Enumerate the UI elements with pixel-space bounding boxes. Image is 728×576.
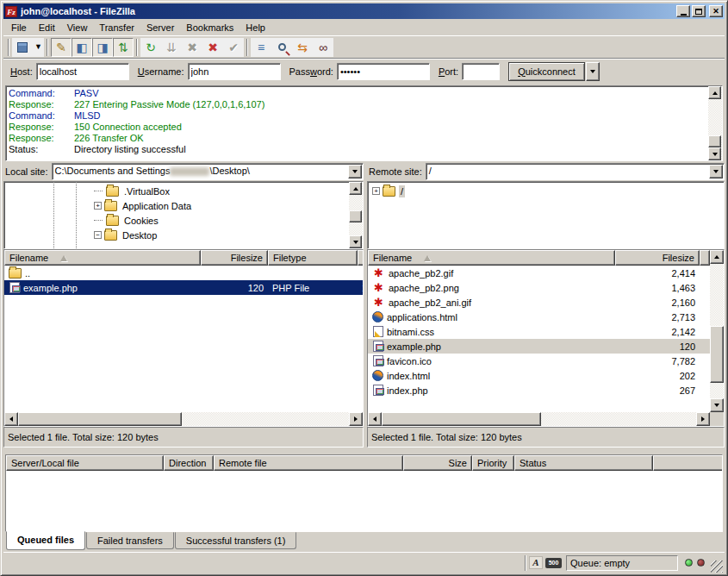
- maximize-button[interactable]: [692, 5, 706, 17]
- remote-site-combobox[interactable]: /: [426, 163, 725, 180]
- column-header-status[interactable]: Status: [514, 455, 653, 471]
- scroll-thumb[interactable]: [18, 412, 182, 426]
- tree-expander[interactable]: +: [372, 187, 380, 195]
- tree-item-application-data[interactable]: +Application Data: [4, 198, 349, 213]
- toggle-transfer-queue-button[interactable]: ⇅: [113, 38, 134, 57]
- local-site-path[interactable]: C:\Documents and Settings\Desktop\: [53, 164, 347, 179]
- quickconnect-dropdown-button[interactable]: [586, 62, 600, 81]
- file-row--[interactable]: ..: [4, 266, 363, 280]
- scroll-track[interactable]: [349, 222, 363, 235]
- tree-item-label[interactable]: Application Data: [121, 200, 193, 212]
- username-input[interactable]: [188, 63, 281, 80]
- menu-item-edit[interactable]: Edit: [33, 21, 61, 34]
- site-manager-button[interactable]: [12, 38, 33, 57]
- file-row-example-php[interactable]: example.php120: [368, 339, 710, 354]
- tree-item-label[interactable]: Desktop: [121, 229, 159, 241]
- remote-site-dropdown-button[interactable]: [709, 165, 723, 178]
- file-row-index-php[interactable]: index.php267: [368, 383, 710, 398]
- column-header-remote-file[interactable]: Remote file: [214, 455, 403, 471]
- file-row-bitnami-css[interactable]: bitnami.css2,142: [368, 324, 710, 339]
- column-header-direction[interactable]: Direction: [164, 455, 214, 471]
- scroll-up-button[interactable]: [710, 250, 724, 264]
- toggle-message-log-button[interactable]: ✎: [51, 38, 72, 57]
- tab-queued-files[interactable]: Queued files: [6, 531, 85, 550]
- menu-item-file[interactable]: File: [5, 21, 33, 34]
- scroll-track[interactable]: [182, 412, 349, 426]
- tree-item-desktop[interactable]: −Desktop: [4, 228, 349, 242]
- local-list-hscrollbar[interactable]: [4, 412, 363, 426]
- reconnect-button[interactable]: ✔: [223, 38, 244, 57]
- scroll-up-button[interactable]: [708, 86, 721, 99]
- tree-expander[interactable]: −: [94, 231, 102, 239]
- local-site-combobox[interactable]: C:\Documents and Settings\Desktop\: [52, 163, 364, 180]
- tree-item-label[interactable]: .VirtualBox: [122, 185, 171, 197]
- process-queue-button[interactable]: ⇊: [161, 38, 182, 57]
- port-input[interactable]: [462, 63, 500, 80]
- resize-grip-icon[interactable]: [711, 560, 723, 573]
- local-tree-scrollbar[interactable]: [349, 182, 363, 248]
- host-input[interactable]: [36, 63, 129, 80]
- tree-item-root[interactable]: +/: [368, 184, 724, 198]
- remote-list-vscrollbar[interactable]: [710, 250, 724, 412]
- minimize-button[interactable]: [676, 5, 690, 17]
- column-header-priority[interactable]: Priority: [472, 455, 514, 471]
- file-row-index-html[interactable]: index.html202: [368, 368, 710, 383]
- scroll-up-button[interactable]: [349, 182, 362, 195]
- filter-indicator-icon[interactable]: A: [529, 556, 543, 569]
- tree-item-label[interactable]: /: [399, 185, 405, 197]
- column-header-filename[interactable]: Filename: [4, 250, 201, 266]
- filter-button[interactable]: ≡: [251, 38, 271, 57]
- file-row-applications-html[interactable]: applications.html2,713: [368, 310, 710, 324]
- column-header-filesize[interactable]: Filesize: [201, 250, 268, 266]
- remote-list-hscrollbar[interactable]: [368, 412, 710, 426]
- menu-item-transfer[interactable]: Transfer: [93, 21, 140, 34]
- file-row-example-php[interactable]: example.php120PHP File1: [4, 280, 363, 295]
- menu-item-server[interactable]: Server: [140, 21, 180, 34]
- scroll-left-button[interactable]: [4, 412, 18, 426]
- column-header-filename[interactable]: Filename: [368, 250, 615, 266]
- scroll-thumb[interactable]: [710, 326, 724, 383]
- password-input[interactable]: [337, 63, 430, 80]
- toggle-remote-tree-button[interactable]: ◨: [92, 38, 113, 57]
- find-files-button[interactable]: ∞: [313, 38, 333, 57]
- disconnect-button[interactable]: ✖: [202, 38, 223, 57]
- toggle-local-tree-button[interactable]: ◧: [72, 38, 92, 57]
- column-header-server-local-file[interactable]: Server/Local file: [6, 455, 164, 471]
- site-manager-dropdown-button[interactable]: ▼: [33, 38, 44, 57]
- remote-site-path[interactable]: /: [426, 164, 708, 179]
- tab-failed-transfers[interactable]: Failed transfers: [86, 532, 174, 549]
- scroll-right-button[interactable]: [349, 412, 363, 426]
- scroll-down-button[interactable]: [349, 235, 362, 248]
- column-header-last-modified[interactable]: Last modified: [358, 250, 363, 266]
- scroll-track[interactable]: [541, 412, 696, 426]
- scroll-down-button[interactable]: [710, 398, 724, 412]
- menu-item-help[interactable]: Help: [240, 21, 271, 34]
- tree-item-cookies[interactable]: Cookies: [4, 213, 349, 228]
- column-header-blank[interactable]: [653, 455, 722, 471]
- refresh-button[interactable]: ↻: [140, 38, 161, 57]
- scroll-right-button[interactable]: [696, 412, 710, 426]
- close-button[interactable]: ✕: [709, 5, 723, 17]
- scroll-track[interactable]: [710, 383, 724, 398]
- menu-item-bookmarks[interactable]: Bookmarks: [180, 21, 240, 34]
- scroll-left-button[interactable]: [368, 412, 382, 426]
- synchronized-browsing-button[interactable]: ⇆: [292, 38, 313, 57]
- tree-expander[interactable]: +: [94, 202, 102, 210]
- quickconnect-button[interactable]: Quickconnect: [508, 62, 585, 81]
- message-log-scrollbar[interactable]: [708, 86, 722, 160]
- column-header-filetype[interactable]: Filetype: [268, 250, 358, 266]
- file-row-favicon-ico[interactable]: favicon.ico7,782: [368, 354, 710, 368]
- speed-limit-icon[interactable]: 500: [545, 558, 562, 568]
- scroll-track[interactable]: [708, 99, 722, 135]
- column-header-size[interactable]: Size: [403, 455, 472, 471]
- file-row-apache-pb2-ani-gif[interactable]: ✱apache_pb2_ani.gif2,160: [368, 295, 710, 310]
- tree-item-label[interactable]: Cookies: [122, 215, 160, 227]
- file-row-apache-pb2-png[interactable]: ✱apache_pb2.png1,463: [368, 280, 710, 295]
- directory-comparison-button[interactable]: [271, 38, 292, 57]
- scroll-thumb[interactable]: [708, 135, 721, 147]
- local-site-dropdown-button[interactable]: [348, 165, 362, 178]
- tree-item--virtualbox[interactable]: .VirtualBox: [4, 184, 349, 198]
- queue-splitter[interactable]: [3, 448, 725, 454]
- scroll-thumb[interactable]: [382, 412, 541, 426]
- tab-successful-transfers-1-[interactable]: Successful transfers (1): [175, 532, 297, 549]
